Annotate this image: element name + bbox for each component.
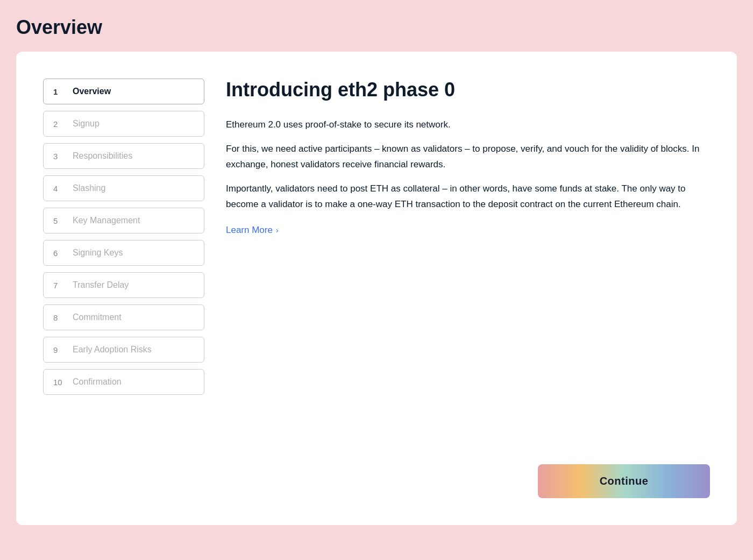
sidebar-item-label: Key Management [73,216,140,225]
main-card: 1Overview2Signup3Responsibilities4Slashi… [16,52,737,525]
page-title: Overview [16,16,737,39]
sidebar-item-label: Signup [73,119,100,129]
sidebar-item-number: 3 [53,152,64,161]
sidebar-item-signing-keys[interactable]: 6Signing Keys [43,240,204,266]
sidebar-item-label: Responsibilities [73,151,132,161]
sidebar-item-number: 5 [53,216,64,225]
sidebar-item-number: 4 [53,184,64,193]
content-paragraph-3: Importantly, validators need to post ETH… [226,181,710,212]
content-paragraph-2: For this, we need active participants – … [226,141,710,173]
main-content: Introducing eth2 phase 0 Ethereum 2.0 us… [226,79,710,498]
chevron-right-icon: › [276,226,279,235]
sidebar-item-label: Signing Keys [73,248,123,258]
sidebar-item-number: 7 [53,281,64,290]
content-paragraph-1: Ethereum 2.0 uses proof-of-stake to secu… [226,117,710,133]
content-title: Introducing eth2 phase 0 [226,79,710,101]
sidebar-item-label: Transfer Delay [73,280,129,290]
content-body: Introducing eth2 phase 0 Ethereum 2.0 us… [226,79,710,443]
learn-more-link[interactable]: Learn More › [226,225,279,236]
sidebar: 1Overview2Signup3Responsibilities4Slashi… [43,79,204,498]
sidebar-item-early-adoption-risks[interactable]: 9Early Adoption Risks [43,337,204,363]
sidebar-item-number: 2 [53,119,64,129]
sidebar-item-label: Commitment [73,313,122,322]
sidebar-item-overview[interactable]: 1Overview [43,79,204,104]
sidebar-item-label: Early Adoption Risks [73,345,152,355]
sidebar-item-slashing[interactable]: 4Slashing [43,175,204,201]
sidebar-item-confirmation[interactable]: 10Confirmation [43,369,204,395]
sidebar-item-number: 6 [53,249,64,258]
sidebar-item-number: 9 [53,345,64,355]
sidebar-item-responsibilities[interactable]: 3Responsibilities [43,143,204,169]
sidebar-item-commitment[interactable]: 8Commitment [43,304,204,330]
sidebar-item-key-management[interactable]: 5Key Management [43,208,204,233]
sidebar-item-number: 8 [53,313,64,322]
learn-more-label: Learn More [226,225,273,236]
sidebar-item-transfer-delay[interactable]: 7Transfer Delay [43,272,204,298]
sidebar-item-number: 10 [53,378,64,387]
sidebar-item-label: Confirmation [73,377,122,387]
sidebar-item-label: Slashing [73,183,105,193]
sidebar-item-label: Overview [73,87,111,96]
content-footer: Continue [226,464,710,498]
sidebar-item-number: 1 [53,87,64,96]
sidebar-item-signup[interactable]: 2Signup [43,111,204,137]
continue-button[interactable]: Continue [538,464,710,498]
